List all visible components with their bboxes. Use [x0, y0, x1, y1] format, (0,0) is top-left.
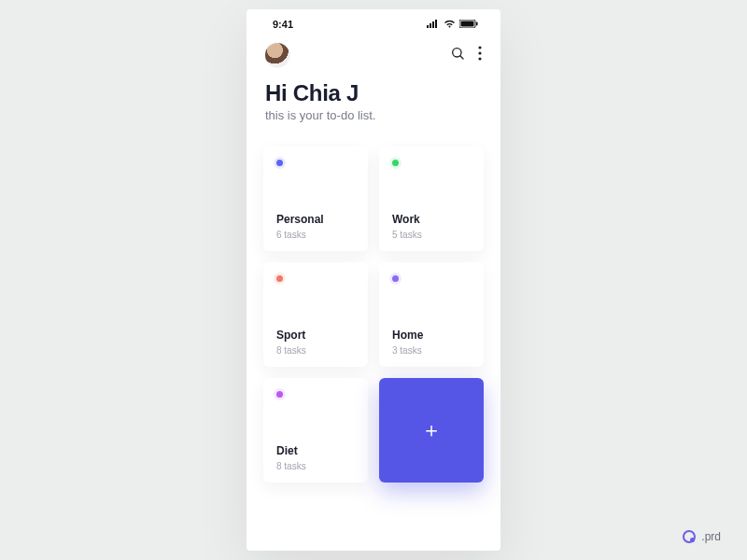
brand-logo-icon — [683, 530, 696, 543]
phone-frame: 9:41 Hi Chia J this is your to-do list — [247, 9, 500, 551]
category-title: Sport — [276, 329, 355, 342]
category-dot — [276, 275, 283, 282]
category-card-personal[interactable]: Personal 6 tasks — [263, 147, 368, 251]
header-actions — [450, 46, 482, 64]
svg-rect-1 — [430, 23, 431, 28]
status-bar: 9:41 — [263, 17, 484, 35]
greeting-subtitle: this is your to-do list. — [265, 108, 482, 122]
signal-icon — [427, 19, 440, 30]
plus-icon: ＋ — [421, 420, 442, 441]
greeting-title: Hi Chia J — [265, 80, 482, 106]
header-row — [263, 43, 484, 67]
svg-point-11 — [478, 57, 481, 60]
svg-rect-2 — [432, 21, 434, 28]
svg-line-8 — [460, 56, 463, 59]
search-icon[interactable] — [450, 46, 465, 64]
svg-rect-0 — [427, 25, 429, 28]
avatar[interactable] — [265, 43, 289, 67]
category-card-sport[interactable]: Sport 8 tasks — [263, 262, 368, 367]
svg-point-10 — [478, 51, 481, 54]
greeting: Hi Chia J this is your to-do list. — [263, 80, 484, 122]
svg-rect-3 — [435, 20, 437, 28]
category-dot — [392, 275, 399, 282]
category-title: Diet — [276, 444, 355, 457]
category-count: 5 tasks — [392, 230, 471, 240]
category-grid: Personal 6 tasks Work 5 tasks Sport 8 ta… — [263, 147, 484, 483]
svg-rect-5 — [461, 21, 474, 27]
category-count: 3 tasks — [392, 345, 471, 356]
status-time: 9:41 — [273, 19, 293, 30]
footer-brand: .prd — [683, 530, 721, 543]
battery-icon — [459, 19, 478, 30]
wifi-icon — [444, 19, 456, 30]
category-card-diet[interactable]: Diet 8 tasks — [263, 378, 368, 483]
add-category-button[interactable]: ＋ — [379, 378, 484, 483]
category-dot — [276, 160, 283, 166]
category-card-work[interactable]: Work 5 tasks — [379, 147, 484, 251]
category-count: 8 tasks — [276, 461, 355, 471]
category-title: Home — [392, 329, 471, 342]
category-title: Personal — [276, 213, 355, 226]
svg-rect-6 — [476, 22, 478, 26]
category-dot — [392, 160, 399, 166]
brand-label: .prd — [701, 530, 721, 543]
category-title: Work — [392, 213, 471, 226]
category-card-home[interactable]: Home 3 tasks — [379, 262, 484, 367]
more-icon[interactable] — [478, 46, 482, 64]
status-icons — [427, 19, 478, 30]
category-dot — [276, 391, 283, 398]
svg-point-9 — [478, 46, 481, 49]
category-count: 6 tasks — [276, 230, 355, 240]
category-count: 8 tasks — [276, 345, 355, 356]
